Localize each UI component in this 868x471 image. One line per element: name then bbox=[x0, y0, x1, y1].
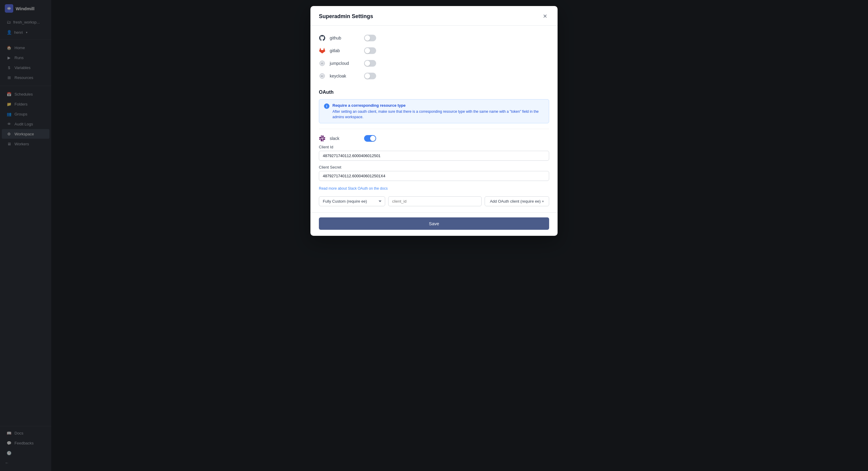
modal-header: Superadmin Settings ✕ bbox=[310, 6, 558, 26]
github-label: github bbox=[330, 36, 360, 40]
slack-toggle[interactable] bbox=[364, 135, 376, 142]
client-id-input[interactable] bbox=[319, 151, 549, 161]
provider-row-keycloak: KC keycloak bbox=[319, 70, 549, 82]
modal-footer: Save bbox=[310, 212, 558, 236]
keycloak-icon: KC bbox=[319, 73, 326, 79]
client-secret-input[interactable] bbox=[319, 171, 549, 181]
jumpcloud-label: jumpcloud bbox=[330, 61, 360, 66]
github-toggle-thumb bbox=[365, 35, 370, 41]
oauth-type-dropdown[interactable]: Fully Custom (require ee) Google GitHub … bbox=[319, 196, 385, 206]
save-button[interactable]: Save bbox=[319, 217, 549, 230]
gitlab-label: gitlab bbox=[330, 48, 360, 53]
modal-close-button[interactable]: ✕ bbox=[541, 12, 549, 21]
slack-toggle-track[interactable] bbox=[364, 135, 376, 142]
slack-toggle-thumb bbox=[370, 136, 375, 141]
client-secret-label: Client Secret bbox=[319, 165, 549, 170]
info-box-title: Require a corresponding resource type bbox=[333, 103, 544, 108]
oauth-info-box: i Require a corresponding resource type … bbox=[319, 99, 549, 123]
keycloak-toggle-track[interactable] bbox=[364, 73, 376, 79]
provider-row-github: github bbox=[319, 32, 549, 44]
jumpcloud-toggle-track[interactable] bbox=[364, 60, 376, 67]
provider-row-gitlab: gitlab bbox=[319, 44, 549, 57]
modal-backdrop[interactable]: Superadmin Settings ✕ github bbox=[0, 0, 868, 471]
add-oauth-button[interactable]: Add OAuth client (require ee) + bbox=[485, 196, 549, 206]
github-toggle-track[interactable] bbox=[364, 35, 376, 41]
add-oauth-row: Fully Custom (require ee) Google GitHub … bbox=[319, 196, 549, 206]
gitlab-toggle-thumb bbox=[365, 48, 370, 53]
provider-row-slack: slack bbox=[319, 132, 549, 145]
gitlab-toggle-track[interactable] bbox=[364, 47, 376, 54]
github-icon bbox=[319, 35, 326, 41]
client-secret-group: Client Secret bbox=[319, 165, 549, 181]
jumpcloud-toggle[interactable] bbox=[364, 60, 376, 67]
provider-row-jumpcloud: JC jumpcloud bbox=[319, 57, 549, 70]
modal-body: github gitlab bbox=[310, 26, 558, 212]
superadmin-settings-modal: Superadmin Settings ✕ github bbox=[310, 6, 558, 236]
jumpcloud-toggle-thumb bbox=[365, 61, 370, 66]
info-box-content: Require a corresponding resource type Af… bbox=[333, 103, 544, 119]
slack-section: slack Client Id Client Secret bbox=[319, 129, 549, 191]
svg-text:JC: JC bbox=[321, 62, 324, 65]
gitlab-toggle[interactable] bbox=[364, 47, 376, 54]
gitlab-icon bbox=[319, 47, 326, 54]
keycloak-toggle[interactable] bbox=[364, 73, 376, 79]
info-icon: i bbox=[324, 104, 330, 109]
svg-text:KC: KC bbox=[321, 75, 323, 77]
jumpcloud-icon: JC bbox=[319, 60, 326, 67]
keycloak-label: keycloak bbox=[330, 73, 360, 79]
info-box-description: After setting an oauth client, make sure… bbox=[333, 110, 538, 119]
github-toggle[interactable] bbox=[364, 35, 376, 41]
keycloak-toggle-thumb bbox=[365, 73, 370, 79]
client-id-group: Client Id bbox=[319, 145, 549, 161]
slack-label: slack bbox=[330, 136, 360, 141]
modal-title: Superadmin Settings bbox=[319, 13, 373, 20]
new-client-id-input[interactable] bbox=[388, 196, 482, 206]
client-id-label: Client Id bbox=[319, 145, 549, 149]
slack-docs-link[interactable]: Read more about Slack OAuth on the docs bbox=[319, 186, 388, 190]
oauth-section-heading: OAuth bbox=[319, 90, 549, 95]
slack-icon bbox=[319, 135, 326, 142]
